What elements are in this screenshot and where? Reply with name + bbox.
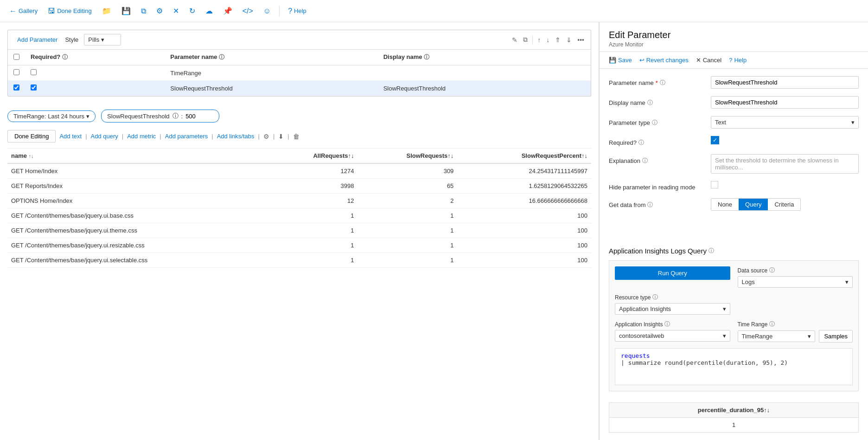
name-sort-icon[interactable]: ↑↓ (29, 153, 34, 159)
add-links-link[interactable]: Add links/tabs (217, 133, 255, 140)
help-question-icon: ? (729, 57, 732, 64)
help-button-right[interactable]: ? Help (729, 57, 747, 64)
move-down-icon[interactable]: ↓ (545, 35, 550, 45)
refresh-button[interactable]: ↻ (185, 5, 199, 17)
settings-icon[interactable]: ⚙ (263, 133, 269, 140)
add-query-link[interactable]: Add query (91, 133, 118, 140)
row-checkbox-2[interactable] (13, 84, 19, 91)
param-type-select[interactable]: Text ▾ (711, 116, 859, 129)
chevron-down-icon: ▾ (86, 113, 89, 120)
row-name: GET Home/Index (7, 163, 270, 179)
code-button[interactable]: </> (239, 5, 257, 17)
pin-icon: 📌 (223, 6, 232, 15)
save-button-right[interactable]: 💾 Save (609, 57, 632, 64)
table-row[interactable]: TimeRange (8, 65, 591, 81)
save-floppy-icon: 💾 (609, 57, 616, 64)
time-range-row: TimeRange ▾ Samples (738, 330, 853, 343)
add-metric-link[interactable]: Add metric (127, 133, 156, 140)
hide-param-checkbox[interactable] (711, 181, 718, 188)
cloud-button[interactable]: ☁ (202, 5, 217, 17)
chevron-down-icon: ▾ (101, 36, 104, 43)
resource-type-col: Resource type ⓘ Application Insights ▾ (615, 293, 730, 315)
results-value: 1 (609, 418, 858, 433)
move-top-icon[interactable]: ⇑ (554, 35, 562, 45)
revert-button[interactable]: ↩ Revert changes (639, 57, 689, 64)
required-row: Required? ⓘ ✓ (609, 136, 859, 147)
get-data-criteria[interactable]: Criteria (768, 199, 800, 210)
row-slow-requests: 65 (358, 179, 458, 194)
explanation-input[interactable]: Set the threshold to determine the slown… (711, 154, 859, 174)
cancel-button[interactable]: ✕ Cancel (696, 57, 721, 64)
run-query-button[interactable]: Run Query (615, 266, 730, 280)
time-range-query-label: Time Range ⓘ (738, 320, 853, 328)
delete-icon[interactable]: 🗑 (293, 133, 300, 140)
download-icon[interactable]: ⬇ (278, 133, 284, 140)
toolbar-separator (279, 6, 280, 17)
results-col-header[interactable]: percentile_duration_95↑↓ (609, 403, 858, 418)
data-source-col: Data source ⓘ Logs ▾ (738, 266, 853, 288)
save-button[interactable]: 💾 (118, 5, 134, 17)
display-name-cell-1 (378, 65, 591, 81)
copy-button[interactable]: ⧉ (137, 5, 150, 17)
help-button[interactable]: ? Help (284, 5, 310, 17)
style-label: Style (65, 36, 78, 43)
add-parameters-link[interactable]: Add parameters (165, 133, 208, 140)
folder-button[interactable]: 📁 (98, 5, 115, 17)
required-checkbox-2[interactable] (31, 84, 37, 91)
third-options-row: Application Insights ⓘ contosoretailweb … (615, 320, 853, 343)
right-panel: Edit Parameter Azure Monitor 💾 Save ↩ Re… (599, 22, 868, 440)
form-section: Parameter name * ⓘ Display name ⓘ Parame… (600, 69, 868, 247)
param-name-info-icon: ⓘ (219, 54, 224, 60)
param-type-value: Text (715, 119, 726, 126)
row-name: OPTIONS Home/Index (7, 194, 270, 208)
get-data-query[interactable]: Query (739, 199, 768, 210)
display-name-input[interactable] (711, 96, 859, 109)
time-range-query-dropdown[interactable]: TimeRange ▾ (738, 330, 816, 342)
param-editor-header: Add Parameter Style Pills ▾ ✎ ⧉ ↑ ↓ ⇑ ⇓ … (8, 30, 591, 50)
more-icon[interactable]: ••• (576, 35, 585, 45)
edit-param-subtitle: Azure Monitor (609, 41, 859, 48)
add-text-link[interactable]: Add text (59, 133, 82, 140)
move-bottom-icon[interactable]: ⇓ (565, 35, 573, 45)
required-checkbox-1[interactable] (31, 69, 37, 75)
close-button[interactable]: ✕ (169, 5, 183, 17)
explanation-row: Explanation ⓘ Set the threshold to deter… (609, 154, 859, 174)
code-editor[interactable]: requests | summarize round(percentile(du… (615, 348, 853, 385)
row-slow-percent: 100 (457, 253, 591, 268)
get-data-none[interactable]: None (711, 199, 739, 210)
row-name: GET /Content/themes/base/jquery.ui.selec… (7, 253, 270, 268)
table-row[interactable]: SlowRequestThreshold SlowRequestThreshol… (8, 81, 591, 96)
threshold-filter[interactable]: SlowRequestThreshold ⓘ : (101, 110, 219, 123)
col-checkbox (8, 50, 25, 65)
cloud-icon: ☁ (205, 6, 213, 15)
style-dropdown[interactable]: Pills ▾ (84, 34, 121, 45)
edit-pencil-icon[interactable]: ✎ (511, 35, 518, 45)
gallery-button[interactable]: ← Gallery (6, 5, 41, 17)
row-checkbox-1[interactable] (13, 69, 19, 75)
settings-button[interactable]: ⚙ (153, 5, 166, 17)
required-checkbox-field[interactable]: ✓ (711, 136, 719, 144)
row-slow-requests: 2 (358, 194, 458, 208)
move-up-icon[interactable]: ↑ (536, 35, 542, 45)
data-table-section: name ↑↓ AllRequests↑↓ SlowRequests↑↓ Slo… (0, 149, 599, 275)
done-editing-top-button[interactable]: 🖫 Done Editing (44, 5, 95, 17)
param-name-input[interactable] (711, 76, 859, 89)
done-editing-button[interactable]: Done Editing (7, 130, 56, 142)
samples-button[interactable]: Samples (819, 330, 853, 343)
resource-type-info: ⓘ (652, 293, 658, 301)
pin-button[interactable]: 📌 (219, 5, 236, 17)
query-section: Application Insights Logs Query ⓘ Run Qu… (600, 247, 868, 399)
time-range-filter[interactable]: TimeRange: Last 24 hours ▾ (7, 110, 96, 122)
emoji-button[interactable]: ☺ (260, 5, 274, 17)
resource-type-dropdown[interactable]: Application Insights ▾ (615, 303, 730, 315)
select-all-checkbox[interactable] (13, 54, 19, 60)
threshold-input[interactable] (185, 113, 213, 120)
required-field-info: ⓘ (638, 139, 644, 147)
data-source-dropdown[interactable]: Logs ▾ (738, 276, 853, 288)
app-insights-dropdown[interactable]: contosoretailweb ▾ (615, 330, 730, 342)
param-name-cell-2: SlowRequestThreshold (165, 81, 377, 96)
duplicate-icon[interactable]: ⧉ (522, 35, 529, 45)
add-parameter-button[interactable]: Add Parameter (13, 34, 61, 45)
hide-param-label: Hide parameter in reading mode (609, 181, 711, 191)
save-toolbar: 💾 Save ↩ Revert changes ✕ Cancel ? Help (600, 52, 868, 69)
